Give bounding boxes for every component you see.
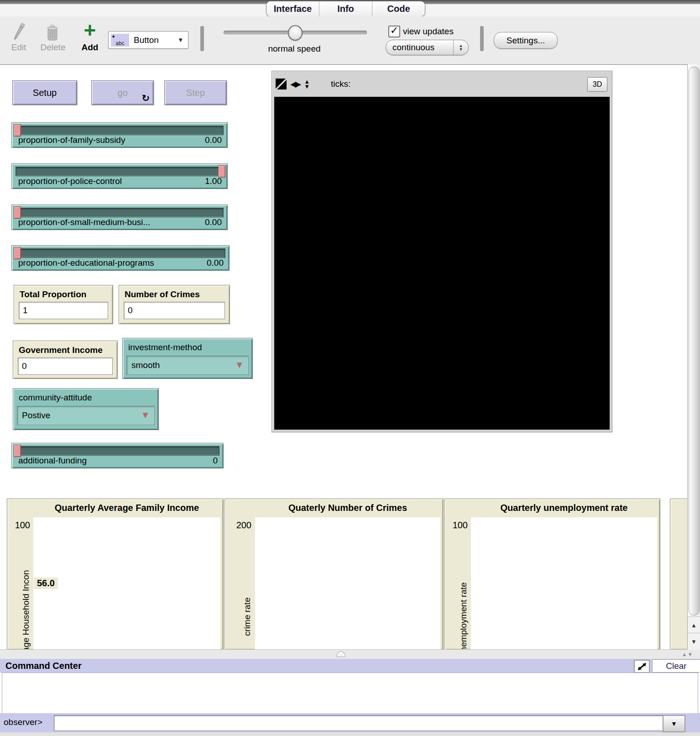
slider-handle[interactable] xyxy=(14,124,21,137)
monitor-value: 0 xyxy=(18,357,113,375)
resize-vertical-icon[interactable]: ▲▼ xyxy=(304,79,310,89)
plot-ylabel: erage Household Incon xyxy=(21,570,31,650)
tab-code[interactable]: Code xyxy=(372,1,425,16)
monitor-total-proportion: Total Proportion 1 xyxy=(14,285,113,324)
go-button[interactable]: go ↻ xyxy=(91,80,154,105)
add-button-label[interactable]: Add xyxy=(78,42,101,53)
vertical-scrollbar[interactable]: ▲ ▼ xyxy=(687,64,700,649)
chooser-label: investment-method xyxy=(123,338,252,352)
slider-track[interactable] xyxy=(16,167,224,176)
netlogo-window: Interface Info Code Edit Delete + Add ✦ … xyxy=(0,0,700,736)
plot-quarterly-number-of-crimes: Quaterly Number of Crimes 200 crime rate xyxy=(225,499,444,650)
threed-button-label: 3D xyxy=(593,80,602,89)
window-bottom-edge xyxy=(0,732,700,736)
slider-proportion-of-family-subsidy[interactable]: proportion-of-family-subsidy0.00 xyxy=(11,122,228,148)
slider-track[interactable] xyxy=(16,446,219,456)
splitter-handle-icon[interactable] xyxy=(336,651,345,657)
chooser-arrow-icon: ▼ xyxy=(235,360,244,370)
tab-interface[interactable]: Interface xyxy=(266,1,319,16)
ticks-label: ticks: xyxy=(331,79,350,89)
tab-info[interactable]: Info xyxy=(319,1,372,16)
monitor-value: 1 xyxy=(19,302,108,319)
delete-button-label[interactable]: Delete xyxy=(39,42,67,53)
update-mode-dropdown[interactable]: continuous ▲▼ xyxy=(386,40,469,55)
plot-ymax-label: 100 xyxy=(7,520,30,531)
command-history-dropdown-button[interactable]: ▼ xyxy=(663,715,685,732)
slider-handle[interactable] xyxy=(218,165,225,178)
plot-area xyxy=(33,517,220,650)
scroll-down-button[interactable]: ▼ xyxy=(688,633,700,650)
chooser-label: community-attitude xyxy=(13,389,158,403)
add-icon[interactable]: + xyxy=(81,20,99,41)
speed-slider-thumb[interactable] xyxy=(288,25,303,41)
slider-additional-funding[interactable]: additional-funding0 xyxy=(11,443,224,468)
command-center-header: Command Center Clear xyxy=(0,659,700,673)
slider-proportion-of-small-medium-business[interactable]: proportion-of-small-medium-busi...0.00 xyxy=(11,205,228,230)
abc-text: abc xyxy=(115,40,124,47)
slider-label: proportion-of-educational-programs xyxy=(18,258,154,268)
slider-handle[interactable] xyxy=(14,445,21,457)
slider-proportion-of-police-control[interactable]: proportion-of-police-control1.00 xyxy=(11,163,228,189)
chooser-select[interactable]: Postive ▼ xyxy=(17,406,155,425)
step-button[interactable]: Step xyxy=(164,80,227,105)
chooser-value: Postive xyxy=(22,410,50,421)
slider-handle[interactable] xyxy=(14,206,21,219)
setup-button[interactable]: Setup xyxy=(12,80,77,105)
chooser-value: smooth xyxy=(131,360,160,370)
slider-value: 1.00 xyxy=(205,176,222,186)
update-mode-value: continuous xyxy=(392,42,453,53)
slider-value: 0.00 xyxy=(207,258,224,268)
step-button-label: Step xyxy=(186,88,205,98)
world-canvas[interactable] xyxy=(274,97,610,430)
chooser-community-attitude: community-attitude Postive ▼ xyxy=(13,388,159,430)
clear-button[interactable]: Clear xyxy=(652,659,700,673)
edit-button-label[interactable]: Edit xyxy=(5,42,32,53)
monitor-government-income: Government Income 0 xyxy=(13,341,118,379)
slider-proportion-of-educational-programs[interactable]: proportion-of-educational-programs0.00 xyxy=(11,245,230,271)
chooser-select[interactable]: smooth ▼ xyxy=(126,356,249,375)
toolbar-separator xyxy=(200,26,204,51)
monitor-label: Number of Crimes xyxy=(119,285,230,300)
delete-icon[interactable] xyxy=(45,24,60,42)
scroll-up-button[interactable]: ▲ xyxy=(688,616,700,633)
view-updates-checkbox[interactable]: ✓ xyxy=(388,26,400,37)
threed-button[interactable]: 3D xyxy=(587,77,607,92)
stepper-arrows-icon[interactable]: ▲▼ xyxy=(453,40,468,55)
slider-label: proportion-of-small-medium-busi... xyxy=(18,217,150,227)
expand-arrows-icon xyxy=(637,662,647,671)
view-header: ◀▶ ▲▼ ticks: 3D xyxy=(272,71,612,97)
widget-type-dropdown[interactable]: ✦ abc Button ▼ xyxy=(108,31,188,49)
cursor-mark-icon: ✦ xyxy=(111,34,115,40)
toolbar-separator xyxy=(480,26,484,51)
expand-command-center-button[interactable] xyxy=(634,660,650,673)
plot-quarterly-unemployment-rate: Quarterly unemployment rate 100 unemploy… xyxy=(444,499,660,650)
plot-annotation: 56.0 xyxy=(34,578,58,589)
slider-value: 0.00 xyxy=(205,135,222,145)
slider-value: 0.00 xyxy=(205,217,222,227)
slider-track[interactable] xyxy=(16,208,224,217)
resize-diagonal-icon[interactable] xyxy=(276,79,287,89)
slider-handle[interactable] xyxy=(14,247,21,259)
scrollbar-thumb[interactable] xyxy=(689,67,700,615)
settings-button[interactable]: Settings... xyxy=(494,32,558,49)
edit-icon[interactable] xyxy=(11,23,26,41)
plot-area xyxy=(471,517,657,650)
command-input[interactable] xyxy=(54,715,665,731)
forever-icon: ↻ xyxy=(141,93,150,104)
go-button-label: go xyxy=(117,88,127,98)
speed-slider-label: normal speed xyxy=(244,44,345,54)
settings-button-label: Settings... xyxy=(507,36,545,46)
resize-horizontal-icon[interactable]: ◀▶ xyxy=(290,79,300,89)
toolbar xyxy=(0,16,700,65)
widget-type-value: Button xyxy=(134,35,159,45)
pane-splitter[interactable]: ▲▼ xyxy=(0,649,700,660)
plot-title: Quarterly Average Family Income xyxy=(33,503,220,513)
slider-track[interactable] xyxy=(16,248,225,258)
slider-track[interactable] xyxy=(16,126,224,135)
plot-title: Quarterly unemployment rate xyxy=(471,503,657,513)
plot-ymax-label: 200 xyxy=(225,520,251,531)
command-center-output[interactable] xyxy=(2,673,698,714)
splitter-arrows-icon[interactable]: ▲▼ xyxy=(682,652,694,657)
plot-area xyxy=(255,517,440,650)
monitor-label: Total Proportion xyxy=(14,285,113,300)
